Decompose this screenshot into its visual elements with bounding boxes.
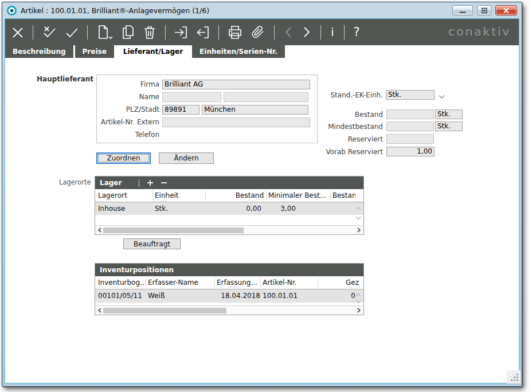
column-divider: [152, 190, 153, 201]
toolbar-divider: [344, 25, 345, 40]
cell-erfassungsdatum: 18.04.2018: [210, 289, 260, 303]
column-header[interactable]: Erfasser-Name: [148, 276, 212, 289]
duplicate-button[interactable]: [120, 25, 135, 40]
window-title: Artikel : 100.01.01, Brilliant®-Anlageve…: [21, 6, 209, 15]
trash-icon: [142, 25, 157, 40]
column-header[interactable]: Bestand: [208, 189, 264, 202]
column-divider: [318, 277, 318, 288]
firma-field[interactable]: Brilliant AG: [162, 80, 310, 89]
column-header[interactable]: Lagerort: [98, 189, 151, 202]
scroll-left-icon[interactable]: [96, 307, 103, 313]
print-button[interactable]: [227, 25, 243, 40]
scrollbar-thumb[interactable]: [103, 308, 226, 313]
tab-lieferant-lager[interactable]: Lieferant/Lager: [116, 45, 190, 58]
lager-column-headers[interactable]: Lagerort Einheit Bestand Minimaler Best.…: [95, 189, 363, 202]
column-header[interactable]: Inventurbog...: [98, 276, 144, 289]
stand-ek-einh-label: Stand.-EK-Einh.: [291, 91, 383, 99]
scroll-right-icon[interactable]: [355, 227, 362, 233]
validate-all-button[interactable]: [41, 25, 57, 40]
stand-ek-einh-select[interactable]: Stk.: [386, 90, 435, 100]
app-logo-icon: [7, 6, 17, 15]
chevron-left-icon: [283, 25, 294, 40]
tab-bar: Beschreibung Preise Lieferant/Lager Einh…: [5, 45, 285, 58]
delete-button[interactable]: [142, 25, 157, 40]
stand-ek-einh-dropdown[interactable]: [437, 92, 446, 103]
minus-icon: [160, 179, 168, 187]
previous-record-button[interactable]: [283, 25, 294, 40]
mindestbestand-field[interactable]: [386, 121, 434, 131]
scroll-up-icon[interactable]: [355, 206, 362, 211]
export-button[interactable]: [195, 25, 210, 40]
save-button[interactable]: [64, 25, 79, 40]
plz-field[interactable]: 89891: [162, 105, 200, 115]
scroll-up-icon[interactable]: [355, 292, 362, 297]
attachment-button[interactable]: [250, 25, 266, 40]
tab-einheiten-serien-nr[interactable]: Einheiten/Serien-Nr.: [192, 45, 285, 58]
toolbar-divider: [218, 25, 219, 40]
restore-button[interactable]: [477, 5, 491, 15]
import-button[interactable]: [174, 25, 189, 40]
name-field-1[interactable]: [162, 92, 221, 102]
tab-beschreibung[interactable]: Beschreibung: [5, 45, 73, 58]
scroll-right-icon[interactable]: [355, 307, 362, 313]
bestand-field[interactable]: [386, 109, 434, 119]
lager-horizontal-scrollbar[interactable]: [95, 225, 363, 234]
help-button[interactable]: ?: [353, 25, 361, 39]
column-header[interactable]: Minimaler Best...: [268, 189, 328, 202]
lager-table-title: Lager: [100, 179, 122, 187]
scroll-down-icon[interactable]: [355, 299, 362, 304]
bestand-label: Bestand: [291, 111, 383, 119]
resize-grip[interactable]: [507, 370, 521, 383]
cell-erfasser-name: Weiß: [148, 289, 212, 303]
titlebar[interactable]: Artikel : 100.01.01, Brilliant®-Anlageve…: [2, 2, 522, 18]
plus-icon: [146, 179, 154, 187]
inventur-horizontal-scrollbar[interactable]: [95, 305, 363, 315]
add-lager-button[interactable]: [146, 179, 154, 187]
inventur-column-headers[interactable]: Inventurbog... Erfasser-Name Erfassung..…: [95, 276, 363, 289]
lagerorte-label: Lagerorte: [59, 178, 91, 186]
inventur-table-header: Inventurpositionen: [95, 264, 363, 276]
new-record-button[interactable]: [96, 25, 114, 40]
tab-preise[interactable]: Preise: [75, 45, 114, 58]
column-header[interactable]: Erfassung...: [217, 276, 259, 289]
zuordnen-button[interactable]: Zuordnen: [96, 152, 151, 164]
chevron-down-icon: [437, 93, 446, 100]
name-label: Name: [97, 93, 162, 101]
inventur-table-row[interactable]: 00101/05/11 Weiß 18.04.2018 100.01.01 0: [95, 289, 363, 303]
beauftragt-button[interactable]: Beauftragt: [123, 238, 181, 249]
scroll-left-icon[interactable]: [96, 227, 103, 233]
column-header[interactable]: Einheit: [155, 189, 204, 202]
printer-icon: [227, 25, 243, 40]
scrollbar-thumb[interactable]: [103, 228, 244, 233]
column-header[interactable]: Gez: [320, 276, 359, 289]
column-header[interactable]: Artikel-Nr.: [263, 276, 315, 289]
toolbar-divider: [87, 25, 88, 40]
minimize-button[interactable]: [452, 5, 473, 15]
minimize-icon: [457, 6, 468, 15]
lager-vertical-scrollbar[interactable]: [354, 204, 363, 228]
lager-table-row[interactable]: Inhouse Stk. 0,00 3,00: [95, 202, 363, 215]
info-button[interactable]: i: [329, 26, 336, 38]
next-record-button[interactable]: [301, 25, 312, 40]
toolbar-divider: [320, 25, 321, 40]
close-window-button[interactable]: [495, 5, 517, 15]
window-controls: [452, 5, 517, 15]
hauptlieferant-box: Firma Brilliant AG Name PLZ/Stadt 89891 …: [96, 75, 318, 143]
column-header[interactable]: Bestand: [332, 189, 355, 202]
main-toolbar: i ? conaktiv: [5, 19, 519, 45]
aendern-button[interactable]: Ändern: [159, 152, 214, 164]
mindestbestand-label: Mindestbestand: [291, 123, 383, 131]
artikel-nr-extern-field[interactable]: [162, 117, 310, 127]
reserviert-field[interactable]: [386, 134, 434, 144]
column-divider: [214, 277, 215, 288]
mindestbestand-unit-field[interactable]: Stk.: [435, 121, 463, 131]
cell-inventurbogen: 00101/05/11: [98, 289, 144, 303]
bestand-unit-field[interactable]: Stk.: [435, 109, 463, 119]
remove-lager-button[interactable]: [160, 179, 168, 187]
vorab-reserviert-field[interactable]: 1,00: [386, 147, 435, 156]
cell-einheit: Stk.: [155, 202, 204, 215]
cancel-button[interactable]: [11, 25, 25, 40]
conaktiv-logo: conaktiv: [448, 26, 511, 38]
toolbar-divider: [33, 25, 33, 40]
scroll-down-icon[interactable]: [355, 215, 362, 221]
